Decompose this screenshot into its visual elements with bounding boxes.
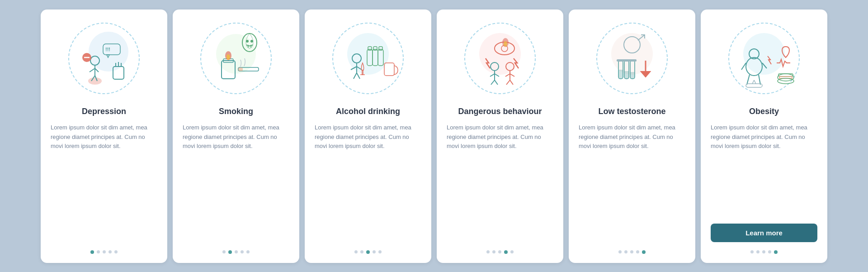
svg-point-2 <box>88 77 102 85</box>
body-smoking: Lorem ipsum dolor sit dim amet, mea regi… <box>183 123 289 242</box>
dot-5 <box>246 250 250 253</box>
illustration-alcohol <box>327 18 409 99</box>
svg-line-65 <box>510 80 513 85</box>
title-obesity: Obesity <box>749 106 779 117</box>
svg-line-91 <box>752 80 754 84</box>
dot-3 <box>103 250 106 253</box>
dot-1 <box>750 250 754 253</box>
dot-4 <box>241 250 244 253</box>
dot-1 <box>486 250 490 253</box>
dot-1 <box>618 250 622 253</box>
dot-2 <box>492 250 495 253</box>
dots-dangerous <box>486 250 514 254</box>
dots-smoking <box>222 250 250 254</box>
svg-line-38 <box>357 73 360 79</box>
learn-more-button[interactable]: Learn more <box>711 224 817 242</box>
title-smoking: Smoking <box>219 106 253 117</box>
card-alcohol: Alcohol drinking Lorem ipsum dolor sit d… <box>305 10 431 263</box>
svg-point-53 <box>504 41 507 47</box>
title-testosterone: Low testosterone <box>598 106 665 117</box>
dot-3 <box>366 250 370 254</box>
dot-2 <box>756 250 760 253</box>
svg-line-82 <box>741 63 746 70</box>
svg-line-56 <box>490 74 495 76</box>
dot-2 <box>360 250 363 253</box>
dot-5 <box>642 250 646 254</box>
dot-4 <box>108 250 112 253</box>
svg-line-37 <box>354 73 357 79</box>
dot-1 <box>354 250 358 253</box>
body-obesity: Lorem ipsum dolor sit dim amet, mea regi… <box>711 123 817 216</box>
body-testosterone: Lorem ipsum dolor sit dim amet, mea regi… <box>579 123 685 242</box>
dot-4 <box>504 250 508 254</box>
card-obesity: Obesity Lorem ipsum dolor sit dim amet, … <box>701 10 827 263</box>
svg-rect-25 <box>238 67 243 71</box>
illustration-depression: !!! <box>63 18 145 99</box>
dot-2 <box>97 250 100 253</box>
svg-point-19 <box>216 34 256 74</box>
svg-point-23 <box>226 54 230 60</box>
svg-line-64 <box>506 80 510 85</box>
svg-point-67 <box>611 33 653 75</box>
svg-line-62 <box>505 74 510 76</box>
dots-depression <box>90 250 118 254</box>
dot-4 <box>768 250 771 253</box>
dots-obesity <box>750 250 778 254</box>
card-depression: !!! Depression Lorem ipsum dolor sit dim… <box>41 10 167 263</box>
dot-3 <box>630 250 633 253</box>
illustration-obesity <box>723 18 805 99</box>
title-depression: Depression <box>82 106 126 117</box>
dot-3 <box>762 250 765 253</box>
dot-5 <box>510 250 514 253</box>
card-smoking: Smoking Lorem ipsum dolor sit dim amet, … <box>173 10 299 263</box>
svg-rect-76 <box>617 59 637 62</box>
dots-alcohol <box>354 250 382 254</box>
body-dangerous: Lorem ipsum dolor sit dim amet, mea regi… <box>447 123 553 242</box>
body-alcohol: Lorem ipsum dolor sit dim amet, mea regi… <box>315 123 421 242</box>
dot-5 <box>378 250 382 253</box>
svg-line-58 <box>491 80 495 85</box>
dot-5 <box>774 250 778 254</box>
svg-rect-73 <box>624 71 629 79</box>
dot-2 <box>228 250 232 254</box>
dot-3 <box>235 250 238 253</box>
dot-4 <box>636 250 639 253</box>
svg-rect-75 <box>630 72 635 79</box>
svg-rect-45 <box>384 63 394 76</box>
dot-2 <box>624 250 627 253</box>
body-depression: Lorem ipsum dolor sit dim amet, mea regi… <box>51 123 157 242</box>
card-dangerous: Dangerous behaviour Lorem ipsum dolor si… <box>437 10 563 263</box>
cards-container: !!! Depression Lorem ipsum dolor sit dim… <box>41 10 827 263</box>
dot-3 <box>498 250 501 253</box>
svg-line-92 <box>754 80 756 84</box>
svg-rect-87 <box>778 74 793 76</box>
svg-line-6 <box>95 68 99 72</box>
dots-testosterone <box>618 250 646 254</box>
svg-line-63 <box>510 74 514 76</box>
dot-1 <box>90 250 94 254</box>
svg-line-59 <box>495 80 498 85</box>
dot-1 <box>222 250 226 253</box>
svg-rect-90 <box>746 84 762 87</box>
dot-4 <box>373 250 376 253</box>
card-testosterone: Low testosterone Lorem ipsum dolor sit d… <box>569 10 695 263</box>
illustration-dangerous <box>459 18 541 99</box>
svg-point-86 <box>778 74 794 81</box>
svg-line-5 <box>90 68 95 72</box>
dot-5 <box>114 250 118 253</box>
svg-rect-71 <box>618 70 623 79</box>
title-alcohol: Alcohol drinking <box>336 106 400 117</box>
illustration-smoking <box>195 18 277 99</box>
svg-line-85 <box>759 75 760 85</box>
svg-text:!!!: !!! <box>105 47 110 52</box>
illustration-testosterone <box>591 18 673 99</box>
title-dangerous: Dangerous behaviour <box>458 106 542 117</box>
svg-line-84 <box>747 75 750 85</box>
